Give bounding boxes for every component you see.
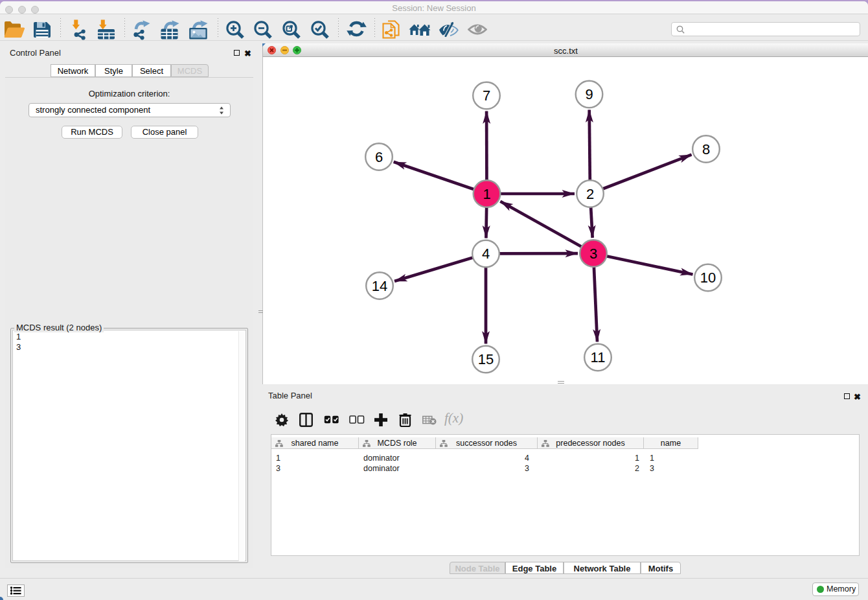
svg-text:1: 1: [483, 186, 490, 202]
svg-text:10: 10: [700, 270, 716, 286]
svg-text:7: 7: [483, 87, 490, 104]
svg-text:8: 8: [702, 141, 710, 157]
svg-text:15: 15: [478, 351, 494, 367]
svg-text:3: 3: [589, 246, 597, 262]
svg-text:11: 11: [591, 349, 606, 365]
svg-text:6: 6: [375, 149, 383, 165]
svg-text:9: 9: [585, 86, 593, 102]
svg-text:4: 4: [482, 246, 490, 262]
svg-text:14: 14: [372, 278, 387, 294]
svg-text:2: 2: [586, 186, 594, 202]
